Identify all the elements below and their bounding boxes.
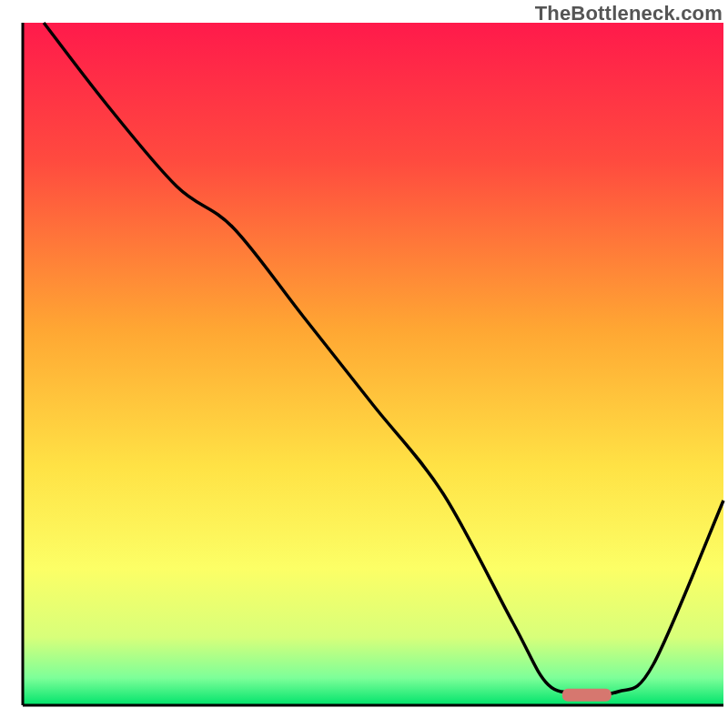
optimal-range-marker — [562, 689, 612, 702]
plot-background — [23, 23, 723, 705]
watermark-text: TheBottleneck.com — [535, 2, 723, 25]
bottleneck-chart — [0, 0, 728, 728]
chart-container: TheBottleneck.com — [0, 0, 728, 728]
